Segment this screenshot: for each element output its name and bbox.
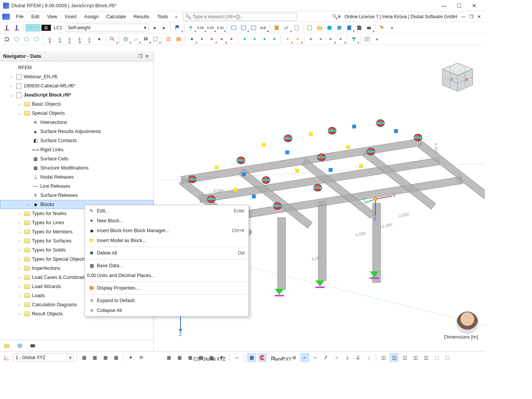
tb-box2[interactable]: ▾ <box>239 23 248 32</box>
tree-special-line releases[interactable]: —Line Releases <box>0 182 154 191</box>
user-avatar[interactable] <box>457 312 478 333</box>
tb-dim2[interactable]: x.xx▾ <box>206 23 215 32</box>
tb-refresh[interactable] <box>2 35 11 44</box>
sb-f6[interactable]: ⟂ <box>364 353 373 362</box>
menu-results[interactable]: Results <box>130 13 154 21</box>
tb-block[interactable] <box>335 23 344 32</box>
cm-display-properties-[interactable]: 🎨Display Properties... <box>85 283 249 293</box>
tb-overflow1[interactable]: » <box>388 23 397 32</box>
close-button[interactable]: ✕ <box>467 0 482 11</box>
mdi-close[interactable]: ✕ <box>477 14 481 19</box>
tb-report[interactable] <box>292 23 301 32</box>
keyword-input[interactable] <box>193 14 294 19</box>
menu-file[interactable]: File <box>12 13 27 21</box>
tb-p3[interactable]: ✦▾ <box>326 35 335 44</box>
tb-save[interactable] <box>355 23 364 32</box>
tb-calc[interactable] <box>272 23 281 32</box>
tb-ax-nx[interactable]: -X <box>75 35 84 44</box>
tree-file[interactable]: ›190830-Cabezal-M5.rf6* <box>0 81 154 90</box>
cm-delete-all[interactable]: ✖Delete AllDel <box>85 248 249 258</box>
tb-star3[interactable]: ✦▾ <box>207 35 216 44</box>
tb-star5[interactable]: ✦ <box>227 35 236 44</box>
sb-f5[interactable]: ∠ <box>353 353 363 362</box>
menu-insert[interactable]: Insert <box>61 13 81 21</box>
tree-special-surface results adjustments[interactable]: ▲Surface Results Adjustments <box>0 127 154 136</box>
tb-clip[interactable]: ▾ <box>151 35 160 44</box>
tb-table[interactable] <box>363 35 372 44</box>
tree-special-surface cells[interactable]: ▦Surface Cells <box>0 154 154 163</box>
cm-base-data-[interactable]: ▦Base Data... <box>85 261 249 271</box>
tb-node[interactable] <box>2 23 11 32</box>
sb-g3[interactable]: ◫ <box>400 353 409 362</box>
sb-c1[interactable]: ▦ <box>164 353 173 362</box>
tb-iso2[interactable] <box>22 35 31 44</box>
cm-edit-[interactable]: ✎Edit...Enter <box>85 206 249 216</box>
tb-surface[interactable] <box>25 24 41 32</box>
cm-new-block-[interactable]: ✦New Block... <box>85 216 249 226</box>
tb-filter[interactable]: ▾ <box>349 35 358 44</box>
navigator-float[interactable]: ❐ <box>137 54 144 59</box>
tb-mesh1[interactable] <box>164 35 173 44</box>
tb-p2[interactable]: ✦ <box>316 35 325 44</box>
tb-box1[interactable] <box>229 23 238 32</box>
sb-c2[interactable]: ▦ <box>175 353 184 362</box>
tb-new[interactable] <box>305 23 314 32</box>
sb-f3[interactable]: ○ <box>332 353 341 362</box>
tb-o1[interactable]: ✦▾ <box>283 35 292 44</box>
tb-open[interactable] <box>315 23 324 32</box>
tree-special-intersections[interactable]: ✕Intersections <box>0 118 154 127</box>
sb-b1[interactable]: ▦ <box>79 353 89 362</box>
sb-g7[interactable]: ⬚ <box>443 353 452 362</box>
sb-cs-combo[interactable]: 1 - Global XYZ <box>13 353 74 362</box>
sb-cs-icon[interactable] <box>2 353 11 362</box>
tb-prev[interactable]: ◂ <box>150 23 159 32</box>
sb-b4[interactable]: ▦ <box>111 353 120 362</box>
menu-overflow[interactable]: » <box>172 14 180 19</box>
cm-expand-to-default[interactable]: ≡Expand to Default <box>85 296 249 306</box>
tb-star2[interactable]: ✦ <box>197 35 206 44</box>
sb-g2[interactable]: ◫ <box>390 353 399 362</box>
menu-assign[interactable]: Assign <box>81 13 103 21</box>
sb-f4[interactable]: ⊥ <box>343 353 352 362</box>
mdi-minimize[interactable]: — <box>461 14 466 19</box>
tb-flag[interactable]: ▾ <box>173 23 182 32</box>
sb-ortho[interactable]: ⌐ <box>300 353 309 362</box>
tree-file[interactable]: ›Webinar_EN.rf6 <box>0 72 154 81</box>
tb-zoom[interactable]: ▾ <box>108 35 117 44</box>
tb-abc[interactable]: A.C▾ <box>259 23 268 32</box>
tb-number10[interactable]: 10▾ <box>141 35 150 44</box>
tb-node2[interactable] <box>12 23 21 32</box>
tb-print[interactable]: ▾ <box>364 23 374 32</box>
sb-b3[interactable]: ▦ <box>101 353 110 362</box>
tb-iso[interactable] <box>12 35 21 44</box>
app-menu-icon[interactable] <box>2 14 10 20</box>
tb-g3[interactable]: ✦ <box>260 35 269 44</box>
tb-next[interactable]: ▸ <box>160 23 169 32</box>
tb-dim3[interactable]: x.xx▾ <box>216 23 225 32</box>
sb-b6[interactable]: ⟳ <box>137 353 146 362</box>
navigator-close[interactable]: ✕ <box>144 54 150 59</box>
loadcase-combo[interactable]: Self-weight▾ <box>65 24 149 32</box>
tb-ax-py[interactable]: Y <box>85 35 94 44</box>
view-cube[interactable]: -Y -X <box>435 58 477 94</box>
menu-view[interactable]: View <box>43 13 61 21</box>
tb-p4[interactable]: ✦▾ <box>336 35 345 44</box>
tb-star4[interactable]: ✦▾ <box>217 35 226 44</box>
tb-g4[interactable]: ✦ <box>270 35 279 44</box>
sb-g6[interactable]: ⬚ <box>432 353 441 362</box>
tree-file-active[interactable]: ⌄JavaScript Block.rf6* <box>0 90 154 100</box>
tb-chart[interactable]: ▾ <box>282 23 291 32</box>
tb-mesh2[interactable] <box>174 35 183 44</box>
nav-tab-data[interactable] <box>2 341 11 350</box>
tree-special-surface contacts[interactable]: ◧Surface Contacts <box>0 136 154 145</box>
sb-g1[interactable]: ◫ <box>379 353 388 362</box>
sb-b2[interactable]: ▦ <box>90 353 99 362</box>
sb-b5[interactable]: ✦ <box>126 353 135 362</box>
cm-collapse-all[interactable]: ≡Collapse All <box>85 306 249 315</box>
tb-g2[interactable]: ✦ <box>250 35 259 44</box>
tb-overflow2[interactable]: » <box>372 35 382 44</box>
tree-special-nodal releases[interactable]: ⊥Nodal Releases <box>0 173 154 182</box>
tb-select-cursor[interactable] <box>378 23 387 32</box>
cm-units-and-decimal-places-[interactable]: 0,00Units and Decimal Places... <box>85 271 249 280</box>
nav-tab-views[interactable] <box>28 341 37 350</box>
